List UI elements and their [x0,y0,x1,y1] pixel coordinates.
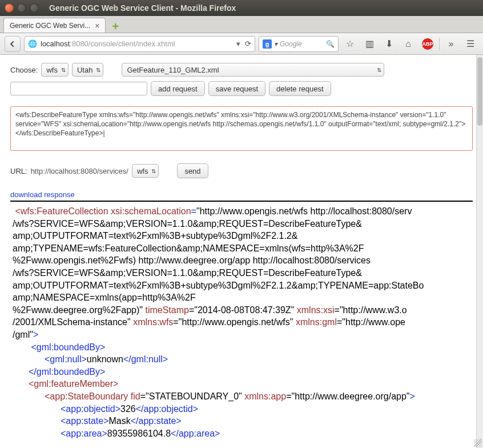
back-button[interactable] [5,36,21,52]
globe-icon: 🌐 [28,39,37,48]
tab-close-icon[interactable]: × [95,22,99,30]
new-tab-button[interactable]: + [109,20,122,33]
reader-icon[interactable]: ▥ [361,36,377,52]
window-titlebar: Generic OGC Web Service Client - Mozilla… [0,0,483,16]
adblock-icon[interactable]: ABP [420,36,436,52]
search-input[interactable]: g ▾ Google 🔍 [259,36,339,52]
overflow-icon[interactable]: » [443,36,459,52]
choose-label: Choose: [10,66,38,74]
download-response-link[interactable]: download response [10,190,75,199]
url-label: URL: [10,167,27,175]
menu-icon[interactable]: ☰ [462,36,478,52]
browser-tab[interactable]: Generic OGC Web Servi... × [3,18,106,33]
add-request-button[interactable]: add request [151,81,205,96]
scrollbar-thumb[interactable] [477,57,482,126]
url-base: http://localhost:8080/services/ [31,167,128,175]
url-port: :8080 [70,39,88,48]
window-close-button[interactable] [5,3,14,13]
resize-handle-icon[interactable] [474,439,482,447]
page-content: Choose: wfs Utah GetFeature_110_GML2.xml… [0,55,483,448]
toolbar-divider [439,38,440,50]
delete-request-button[interactable]: delete request [269,81,331,96]
url-path: /console/client/index.xhtml [88,39,175,48]
bookmark-star-icon[interactable]: ☆ [342,36,358,52]
window-minimize-button[interactable] [17,3,26,13]
search-dropdown-icon[interactable]: ▾ [274,40,277,48]
browser-navbar: 🌐 localhost:8080/console/client/index.xh… [0,33,483,55]
window-title: Generic OGC Web Service Client - Mozilla… [49,3,236,13]
tab-title: Generic OGC Web Servi... [10,22,90,30]
service-select[interactable]: wfs [41,63,69,77]
request-name-input[interactable] [10,82,147,95]
back-arrow-icon [9,40,17,48]
request-select[interactable]: GetFeature_110_GML2.xml [122,63,384,77]
url-dropdown-icon[interactable]: ▾ [236,39,240,48]
download-icon[interactable]: ⬇ [381,36,397,52]
tab-strip: Generic OGC Web Servi... × + [0,16,483,33]
vertical-scrollbar[interactable] [476,55,483,448]
url-host: localhost [41,39,70,48]
search-icon[interactable]: 🔍 [326,40,335,48]
reload-icon[interactable]: ⟳ [245,39,251,48]
xml-request-textarea[interactable]: <wfs:DescribeFeatureType xmlns:wfs="http… [10,106,473,151]
search-placeholder: Google [280,40,302,48]
response-body: <wfs:FeatureCollection xsi:schemaLocatio… [10,202,473,439]
google-badge-icon: g [263,39,272,49]
home-icon[interactable]: ⌂ [400,36,416,52]
url-input[interactable]: 🌐 localhost:8080/console/client/index.xh… [24,36,255,52]
send-button[interactable]: send [177,163,208,178]
save-request-button[interactable]: save request [208,81,265,96]
url-service-select[interactable]: wfs [132,164,159,178]
window-maximize-button[interactable] [30,3,39,13]
state-select[interactable]: Utah [72,63,103,77]
